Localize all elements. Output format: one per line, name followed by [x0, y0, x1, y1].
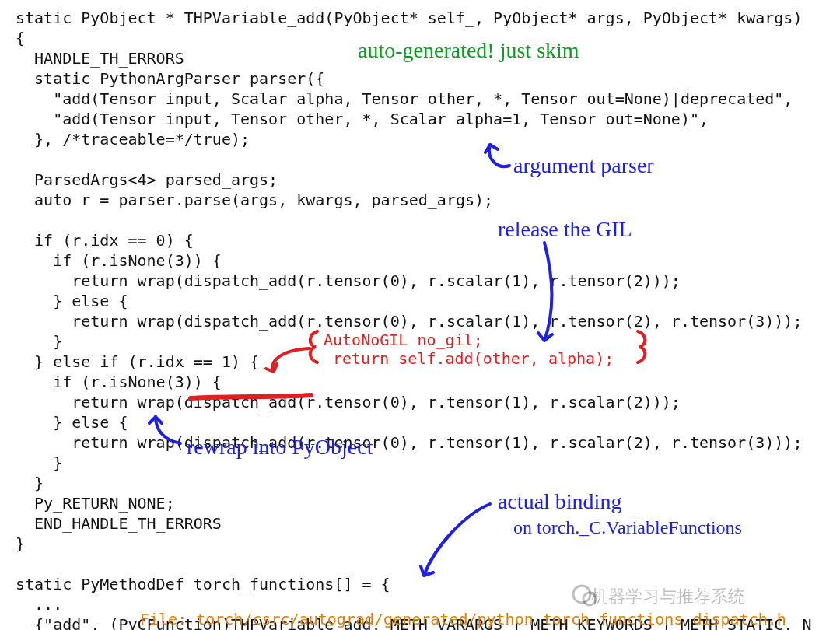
red-code-line1: AutoNoGIL no_gil;: [324, 331, 483, 349]
note-argument-parser: argument parser: [513, 154, 654, 178]
note-release-gil: release the GIL: [498, 218, 632, 242]
page: static PyObject * THPVariable_add(PyObje…: [0, 0, 840, 630]
note-rewrap: rewrap into PyObject: [187, 436, 373, 460]
file-path-label: File: torch/csrc/autograd/generated/pyth…: [140, 611, 786, 628]
red-code-line2: return self.add(other, alpha);: [333, 349, 614, 368]
watermark-text: 机器学习与推荐系统: [591, 585, 745, 608]
note-auto-generated: auto-generated! just skim: [358, 39, 579, 63]
note-actual-binding-l1: actual binding: [498, 490, 621, 514]
note-actual-binding-l2: on torch._C.VariableFunctions: [513, 517, 742, 537]
